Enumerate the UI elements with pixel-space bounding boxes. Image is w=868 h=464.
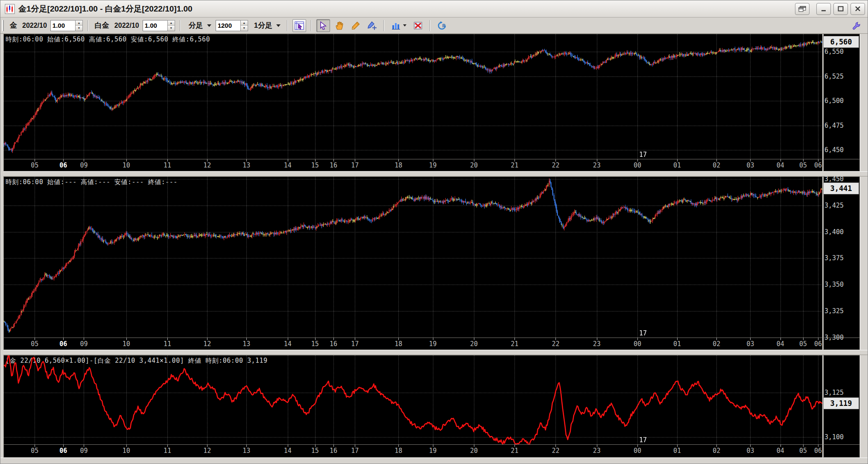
interval-type-dropdown[interactable]: 分足 — [185, 21, 213, 30]
time-tick-label: 20 — [470, 340, 478, 348]
platinum-symbol-label: 白金 — [93, 21, 111, 30]
toolbar-separator — [287, 20, 288, 31]
clear-chart-button[interactable] — [411, 19, 425, 32]
time-tick-label: 23 — [593, 447, 601, 455]
time-tick-label: 09 — [80, 447, 88, 455]
select-cursor-tool-button[interactable] — [316, 19, 330, 32]
time-axis-spacer — [822, 159, 860, 171]
platinum-multiplier-value[interactable]: 1.00 — [143, 20, 167, 31]
time-tick-label: 04 — [777, 340, 784, 348]
spin-down-icon[interactable]: ▼ — [76, 26, 82, 31]
time-tick-label: 01 — [673, 447, 681, 455]
panel-splitter[interactable] — [3, 171, 868, 176]
platinum-candlestick-canvas[interactable] — [4, 177, 822, 338]
chevron-down-icon — [403, 24, 406, 26]
time-tick-label: 19 — [429, 162, 437, 169]
maximize-button[interactable] — [833, 3, 848, 15]
price-tick-label: 3,400 — [824, 228, 844, 236]
time-tick-label: 06 — [59, 340, 67, 348]
close-button[interactable] — [850, 3, 865, 15]
gold-price-axis: 6,560 6,4506,4756,5006,5256,550 — [822, 34, 860, 159]
spin-up-icon[interactable]: ▲ — [241, 21, 248, 26]
platinum-last-price-badge: 3,441 — [823, 182, 859, 194]
float-window-button[interactable] — [795, 3, 810, 15]
price-tick-label: 6,525 — [824, 73, 844, 80]
time-tick-label: 01 — [673, 162, 681, 169]
pan-hand-tool-button[interactable] — [333, 19, 346, 32]
chevron-down-icon — [207, 24, 211, 27]
price-tick-label: 3,325 — [824, 307, 844, 315]
window-right-border — [860, 34, 868, 159]
time-tick-label: 12 — [203, 340, 211, 348]
chart-type-button[interactable] — [389, 19, 409, 32]
spread-time-axis-row: 0506091011121314151617181920212223000102… — [3, 445, 868, 458]
titlebar: 金1分足[2022/10]1.00 - 白金1分足[2022/10]1.00 — [0, 0, 868, 18]
svg-text:R: R — [442, 23, 446, 28]
chart-area: 時刻:06:00 始値:6,560 高値:6,560 安値:6,560 終値:6… — [0, 34, 868, 458]
spin-up-icon[interactable]: ▲ — [168, 21, 175, 26]
window-right-border — [860, 159, 868, 171]
price-tick-label: 3,350 — [824, 281, 844, 288]
price-tick-label: 6,475 — [824, 122, 844, 129]
time-tick-label: 06 — [814, 162, 822, 169]
platinum-multiplier-spinbox[interactable]: 1.00 ▲▼ — [143, 20, 175, 31]
time-tick-label: 06 — [814, 340, 822, 348]
reload-button[interactable]: R — [435, 19, 449, 32]
time-tick-label: 05 — [799, 162, 807, 169]
time-tick-label: 20 — [470, 447, 478, 455]
spread-plot: [金 22/10 6,560×1.00]-[白金 22/10 3,441×1.0… — [3, 355, 822, 445]
minimize-button[interactable] — [816, 3, 831, 15]
spread-line-canvas[interactable] — [4, 355, 822, 444]
time-tick-label: 18 — [395, 340, 402, 348]
draw-pencil-tool-button[interactable] — [349, 19, 362, 32]
price-tick-label: 6,450 — [824, 146, 844, 154]
time-tick-label: 23 — [593, 340, 601, 348]
time-tick-label: 04 — [777, 447, 784, 455]
time-tick-label: 21 — [511, 162, 518, 169]
time-tick-label: 02 — [713, 447, 720, 455]
bar-count-spinner[interactable]: ▲▼ — [240, 20, 248, 31]
gold-multiplier-value[interactable]: 1.00 — [50, 20, 75, 31]
gold-time-axis-row: 0506091011121314151617181920212223000102… — [3, 159, 868, 171]
gold-multiplier-spinner[interactable]: ▲▼ — [75, 20, 83, 31]
move-annotation-tool-button[interactable] — [365, 19, 379, 32]
spin-up-icon[interactable]: ▲ — [76, 21, 82, 26]
time-tick-label: 17 — [351, 162, 359, 169]
time-tick-label: 13 — [243, 447, 250, 455]
time-tick-label: 14 — [284, 162, 292, 169]
time-tick-label: 14 — [284, 340, 292, 348]
time-tick-label: 10 — [123, 447, 130, 455]
candlestick-chart-icon — [5, 4, 15, 14]
time-tick-label: 09 — [80, 162, 88, 169]
window-right-border — [860, 176, 868, 338]
toolbar-grip[interactable] — [2, 20, 4, 31]
spread-time-axis: 0506091011121314151617181920212223000102… — [3, 445, 822, 458]
bar-count-spinbox[interactable]: 1200 ▲▼ — [216, 20, 248, 31]
gold-candlestick-canvas[interactable] — [4, 34, 822, 159]
time-tick-label: 03 — [746, 447, 754, 455]
platinum-chart-panel: 時刻:06:00 始値:--- 高値:--- 安値:--- 終値:--- 3,4… — [3, 176, 868, 338]
time-tick-label: 19 — [429, 340, 437, 348]
time-tick-label: 19 — [429, 447, 437, 455]
time-tick-label: 03 — [746, 162, 754, 169]
time-tick-label: 13 — [243, 340, 250, 348]
time-tick-label: 22 — [552, 162, 559, 169]
platinum-plot: 時刻:06:00 始値:--- 高値:--- 安値:--- 終値:--- — [3, 176, 822, 338]
platinum-price-axis: 3,441 3,3003,3253,3503,3753,4003,4253,45… — [822, 176, 860, 338]
timeframe-dropdown[interactable]: 1分足 — [251, 21, 282, 30]
panel-splitter[interactable] — [3, 350, 868, 355]
platinum-multiplier-spinner[interactable]: ▲▼ — [167, 20, 175, 31]
time-tick-label: 17 — [351, 340, 359, 348]
bar-count-value[interactable]: 1200 — [216, 20, 240, 31]
spin-down-icon[interactable]: ▼ — [241, 26, 248, 31]
time-axis-spacer — [822, 445, 860, 458]
settings-wrench-button[interactable] — [850, 19, 863, 32]
time-tick-label: 05 — [31, 447, 38, 455]
chart-pointer-tool-button[interactable] — [292, 19, 306, 32]
window-right-border — [860, 338, 868, 350]
time-tick-label: 22 — [552, 447, 559, 455]
gold-multiplier-spinbox[interactable]: 1.00 ▲▼ — [50, 20, 83, 31]
time-tick-label: 00 — [634, 340, 641, 348]
time-tick-label: 15 — [311, 162, 319, 169]
spin-down-icon[interactable]: ▼ — [168, 26, 175, 31]
